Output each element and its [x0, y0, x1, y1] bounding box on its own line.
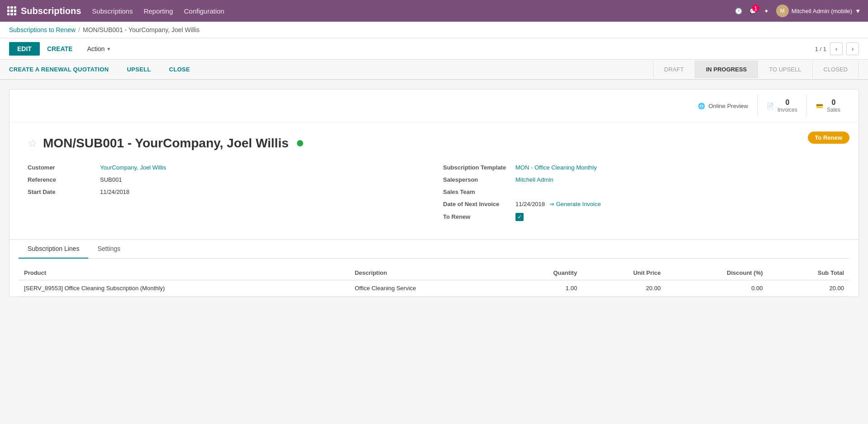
- pagination-nav: 1 / 1 ‹ ›: [815, 42, 859, 55]
- favorite-star-icon[interactable]: ☆: [28, 137, 38, 150]
- generate-invoice-link[interactable]: Generate Invoice: [549, 201, 601, 207]
- edit-button[interactable]: EDIT: [9, 42, 40, 56]
- fields-grid: Customer YourCompany, Joel Willis Refere…: [28, 164, 840, 230]
- topnav-right: 🕐 💬 1 ✦ M Mitchell Admin (mobile) ▼: [735, 5, 861, 17]
- stage-draft[interactable]: DRAFT: [653, 61, 695, 78]
- col-quantity: Quantity: [507, 266, 582, 280]
- to-renew-checkbox[interactable]: [515, 213, 524, 221]
- breadcrumb-sep: /: [78, 26, 80, 33]
- stage-to-upsell[interactable]: TO UPSELL: [758, 61, 812, 78]
- to-renew-label: To Renew: [443, 213, 515, 220]
- record-tabs: Subscription Lines Settings Product Desc…: [10, 239, 858, 297]
- record-title-text: MON/SUB001 - YourCompany, Joel Willis: [43, 136, 289, 151]
- to-renew-badge: To Renew: [808, 132, 849, 144]
- nav-configuration[interactable]: Configuration: [184, 7, 224, 15]
- next-invoice-field: Date of Next Invoice 11/24/2018 Generate…: [443, 201, 840, 207]
- next-button[interactable]: ›: [846, 42, 859, 55]
- sub-template-field: Subscription Template MON - Office Clean…: [443, 164, 840, 171]
- tabs-nav: Subscription Lines Settings: [19, 240, 849, 259]
- stage-closed[interactable]: CLOSED: [812, 61, 859, 78]
- action-bar: EDIT CREATE Action ▼ 1 / 1 ‹ ›: [0, 38, 868, 60]
- next-invoice-date: 11/24/2018: [515, 201, 545, 207]
- invoices-count: 0: [777, 99, 797, 107]
- stages: DRAFT IN PROGRESS TO UPSELL CLOSED: [653, 61, 859, 78]
- grid-icon[interactable]: [7, 6, 16, 15]
- cell-product: [SERV_89553] Office Cleaning Subscriptio…: [19, 280, 349, 297]
- col-product: Product: [19, 266, 349, 280]
- prev-button[interactable]: ‹: [830, 42, 843, 55]
- tab-subscription-lines[interactable]: Subscription Lines: [19, 240, 88, 259]
- invoice-icon: 📄: [767, 103, 774, 109]
- action-dropdown[interactable]: Action ▼: [87, 45, 111, 52]
- invoices-label: Invoices: [777, 107, 797, 113]
- record-title: ☆ MON/SUB001 - YourCompany, Joel Willis: [28, 136, 840, 151]
- reference-field: Reference SUB001: [28, 176, 425, 183]
- cell-quantity: 1.00: [507, 280, 582, 297]
- sub-template-value[interactable]: MON - Office Cleaning Monthly: [515, 164, 597, 171]
- cell-unit-price: 20.00: [582, 280, 666, 297]
- customer-label: Customer: [28, 164, 100, 171]
- salesperson-label: Salesperson: [443, 176, 515, 183]
- create-button[interactable]: CREATE: [45, 42, 75, 56]
- customer-value[interactable]: YourCompany, Joel Willis: [100, 164, 166, 171]
- online-preview-label: Online Preview: [709, 103, 748, 109]
- online-preview-button[interactable]: 🌐 Online Preview: [689, 99, 757, 113]
- nav-subscriptions[interactable]: Subscriptions: [92, 7, 133, 15]
- clock-icon[interactable]: 🕐: [735, 8, 742, 14]
- tab-settings[interactable]: Settings: [88, 240, 129, 259]
- user-name: Mitchell Admin (mobile): [792, 8, 852, 14]
- user-menu-caret: ▼: [855, 8, 861, 14]
- subscription-lines-table: Product Description Quantity Unit Price …: [19, 266, 849, 297]
- field-group-right: Subscription Template MON - Office Clean…: [443, 164, 840, 221]
- user-avatar: M: [776, 5, 789, 17]
- col-discount: Discount (%): [666, 266, 768, 280]
- salesperson-value[interactable]: Mitchell Admin: [515, 176, 553, 183]
- star-nav-icon[interactable]: ✦: [764, 8, 769, 14]
- pagination-text: 1 / 1: [815, 46, 826, 52]
- breadcrumb: Subscriptions to Renew / MON/SUB001 - Yo…: [0, 22, 868, 38]
- sales-team-label: Sales Team: [443, 188, 515, 195]
- breadcrumb-parent[interactable]: Subscriptions to Renew: [9, 26, 76, 33]
- record-card: 🌐 Online Preview 📄 0 Invoices 💳 0 Sales: [9, 89, 859, 297]
- notif-count: 1: [752, 5, 759, 12]
- record-header: To Renew ☆ MON/SUB001 - YourCompany, Joe…: [10, 122, 858, 239]
- sales-button[interactable]: 💳 0 Sales: [806, 95, 849, 117]
- salesperson-field: Salesperson Mitchell Admin: [443, 176, 840, 183]
- renewal-quotation-button[interactable]: CREATE A RENEWAL QUOTATION: [9, 60, 118, 79]
- globe-icon: 🌐: [698, 103, 705, 109]
- cell-description: Office Cleaning Service: [349, 280, 507, 297]
- sales-count: 0: [827, 99, 840, 107]
- next-invoice-label: Date of Next Invoice: [443, 201, 515, 207]
- close-button[interactable]: CLOSE: [160, 60, 199, 79]
- user-menu[interactable]: M Mitchell Admin (mobile) ▼: [776, 5, 861, 17]
- to-renew-field: To Renew: [443, 213, 840, 221]
- table-row: [SERV_89553] Office Cleaning Subscriptio…: [19, 280, 849, 297]
- start-date-label: Start Date: [28, 188, 100, 195]
- customer-field: Customer YourCompany, Joel Willis: [28, 164, 425, 171]
- col-description: Description: [349, 266, 507, 280]
- main-content: 🌐 Online Preview 📄 0 Invoices 💳 0 Sales: [0, 80, 868, 306]
- field-group-left: Customer YourCompany, Joel Willis Refere…: [28, 164, 425, 221]
- stage-in-progress[interactable]: IN PROGRESS: [695, 61, 758, 78]
- sales-icon: 💳: [816, 103, 823, 109]
- sales-team-field: Sales Team: [443, 188, 840, 195]
- invoices-button[interactable]: 📄 0 Invoices: [757, 95, 806, 117]
- cell-sub-total: 20.00: [768, 280, 849, 297]
- sales-label: Sales: [827, 107, 840, 113]
- reference-value: SUB001: [100, 176, 122, 183]
- notifications[interactable]: 💬 1: [749, 7, 757, 14]
- topnav: Subscriptions Subscriptions Reporting Co…: [0, 0, 868, 22]
- status-bar: CREATE A RENEWAL QUOTATION UPSELL CLOSE …: [0, 60, 868, 80]
- upsell-button[interactable]: UPSELL: [118, 60, 160, 79]
- start-date-value: 11/24/2018: [100, 188, 129, 195]
- cell-discount: 0.00: [666, 280, 768, 297]
- sub-template-label: Subscription Template: [443, 164, 515, 171]
- action-caret: ▼: [106, 47, 111, 52]
- smart-buttons: 🌐 Online Preview 📄 0 Invoices 💳 0 Sales: [10, 90, 858, 122]
- app-name: Subscriptions: [21, 6, 81, 16]
- nav-links: Subscriptions Reporting Configuration: [92, 7, 724, 15]
- action-label: Action: [87, 45, 105, 52]
- nav-reporting[interactable]: Reporting: [143, 7, 173, 15]
- reference-label: Reference: [28, 176, 100, 183]
- col-sub-total: Sub Total: [768, 266, 849, 280]
